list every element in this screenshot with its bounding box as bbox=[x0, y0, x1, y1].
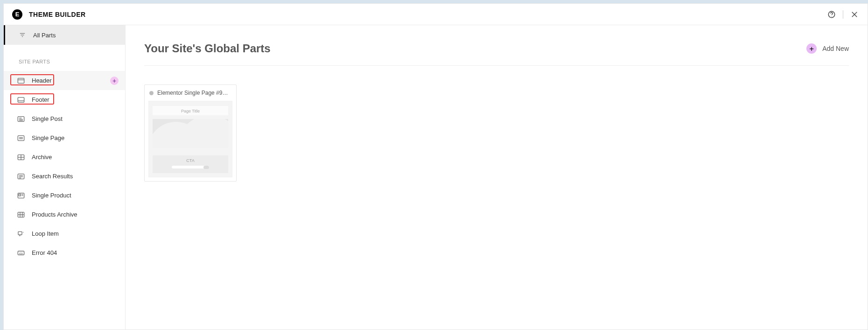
add-new-button[interactable]: + Add New bbox=[806, 43, 849, 54]
single-product-icon bbox=[17, 191, 25, 200]
svg-rect-26 bbox=[19, 194, 21, 196]
brand-logo-icon: E bbox=[12, 9, 22, 20]
sidebar-item-archive[interactable]: Archive bbox=[4, 147, 125, 167]
footer-icon bbox=[17, 96, 25, 104]
separator bbox=[843, 10, 843, 19]
app-shell: E THEME BUILDER bbox=[3, 3, 868, 330]
thumb-cta: CTA bbox=[153, 155, 228, 173]
card-header: Elementor Single Page #9… bbox=[148, 89, 232, 101]
sidebar-item-error-404[interactable]: 404 Error 404 bbox=[4, 243, 125, 262]
sidebar-item-label: Single Product bbox=[32, 192, 71, 199]
sidebar-item-label: Search Results bbox=[32, 173, 73, 180]
template-thumbnail: Page Title CTA bbox=[148, 101, 232, 177]
thumb-cta-bar bbox=[172, 166, 209, 169]
plus-icon: + bbox=[806, 43, 817, 54]
svg-rect-7 bbox=[18, 78, 24, 83]
sidebar-all-parts-label: All Parts bbox=[33, 32, 56, 39]
thumb-page-title-label: Page Title bbox=[153, 106, 228, 115]
sidebar-item-label: Header bbox=[32, 77, 52, 84]
svg-rect-33 bbox=[18, 232, 22, 235]
page-title: Your Site's Global Parts bbox=[144, 42, 271, 55]
add-header-icon[interactable]: + bbox=[110, 77, 119, 85]
sidebar-item-label: Footer bbox=[32, 96, 49, 103]
sidebar-section-label: SITE PARTS bbox=[4, 45, 125, 71]
products-archive-icon bbox=[17, 211, 25, 219]
main-content: Your Site's Global Parts + Add New Eleme… bbox=[126, 25, 868, 330]
sidebar-item-label: Products Archive bbox=[32, 211, 77, 218]
sidebar-item-single-post[interactable]: Single Post bbox=[4, 109, 125, 128]
sidebar-item-single-page[interactable]: Single Page bbox=[4, 128, 125, 147]
top-right-actions bbox=[827, 10, 859, 19]
filter-icon bbox=[18, 31, 27, 39]
body-split: All Parts SITE PARTS Header + bbox=[4, 25, 868, 330]
search-results-icon bbox=[17, 172, 25, 181]
loop-item-icon bbox=[17, 230, 25, 238]
top-bar: E THEME BUILDER bbox=[4, 4, 868, 25]
error-404-icon: 404 bbox=[17, 249, 25, 257]
close-icon[interactable] bbox=[850, 10, 859, 19]
svg-point-1 bbox=[831, 16, 832, 16]
sidebar-item-products-archive[interactable]: Products Archive bbox=[4, 205, 125, 224]
sidebar-item-header[interactable]: Header + bbox=[4, 71, 125, 90]
sidebar-item-search-results[interactable]: Search Results bbox=[4, 167, 125, 186]
svg-rect-15 bbox=[18, 135, 24, 140]
app-title: THEME BUILDER bbox=[29, 11, 86, 18]
help-icon[interactable] bbox=[827, 10, 836, 19]
sidebar-item-label: Single Post bbox=[32, 115, 63, 122]
status-dot-icon bbox=[149, 91, 154, 95]
header-icon bbox=[17, 77, 25, 85]
single-page-icon bbox=[17, 134, 25, 142]
cards-grid: Elementor Single Page #9… Page Title CTA bbox=[144, 66, 849, 182]
sidebar-item-footer[interactable]: Footer bbox=[4, 90, 125, 109]
thumb-cta-label: CTA bbox=[153, 158, 228, 163]
svg-text:404: 404 bbox=[19, 252, 23, 254]
card-title: Elementor Single Page #9… bbox=[157, 90, 231, 96]
svg-rect-9 bbox=[18, 97, 24, 102]
sidebar-item-label: Archive bbox=[32, 154, 52, 161]
sidebar: All Parts SITE PARTS Header + bbox=[4, 25, 126, 330]
sidebar-item-single-product[interactable]: Single Product bbox=[4, 186, 125, 205]
sidebar-item-label: Single Page bbox=[32, 134, 64, 141]
thumb-image-placeholder bbox=[153, 119, 228, 148]
sidebar-item-label: Error 404 bbox=[32, 249, 57, 256]
sidebar-item-label: Loop Item bbox=[32, 230, 59, 237]
template-card[interactable]: Elementor Single Page #9… Page Title CTA bbox=[144, 84, 237, 182]
sidebar-item-loop-item[interactable]: Loop Item bbox=[4, 224, 125, 243]
sidebar-all-parts[interactable]: All Parts bbox=[4, 25, 125, 45]
single-post-icon bbox=[17, 115, 25, 123]
add-new-label: Add New bbox=[822, 45, 849, 52]
main-header: Your Site's Global Parts + Add New bbox=[144, 42, 849, 66]
archive-icon bbox=[17, 153, 25, 161]
